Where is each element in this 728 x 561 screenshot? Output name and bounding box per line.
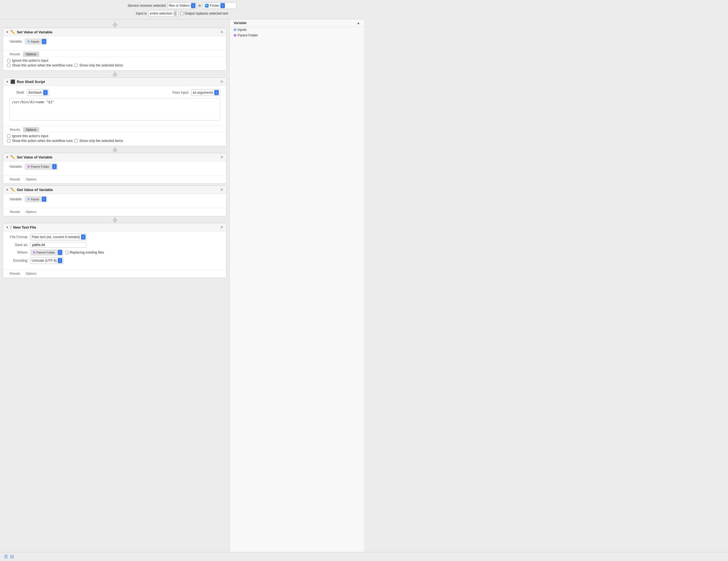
finder-stepper[interactable] bbox=[220, 3, 225, 8]
card2-pass-select[interactable]: as arguments bbox=[191, 89, 220, 96]
card1-variable-select[interactable]: Inputs bbox=[25, 38, 47, 45]
card5-encoding-select[interactable]: Unicode (UTF-8) bbox=[30, 257, 64, 264]
card2-shell-stepper[interactable] bbox=[43, 90, 48, 95]
card2-shell-field: Shell: /bin/bash bbox=[9, 89, 49, 96]
card2-icon: ⬛ bbox=[10, 79, 15, 84]
card2-ignore-checkbox[interactable] bbox=[7, 134, 10, 138]
input-is-stepper[interactable]: ▲ ▼ bbox=[174, 11, 177, 16]
card3-chevron[interactable]: ▼ bbox=[6, 156, 9, 159]
card4-close-btn[interactable]: ✕ bbox=[220, 188, 224, 192]
card2-tab-results[interactable]: Results bbox=[7, 127, 23, 132]
card2-shell-select[interactable]: /bin/bash bbox=[27, 89, 49, 96]
card1-selected-label: Show only the selected items bbox=[79, 63, 123, 67]
card2-show-label: Show this action when the workflow runs bbox=[12, 139, 73, 143]
connector-4-5 bbox=[0, 216, 229, 223]
finder-select[interactable]: F Finder bbox=[203, 2, 236, 9]
card2-ignore-row: Ignore this action's input bbox=[7, 134, 222, 138]
card2-show-row: Show this action when the workflow runs … bbox=[7, 139, 222, 143]
card4-variable-value: Inputs bbox=[31, 197, 39, 201]
variable-panel-collapse[interactable]: ▲ bbox=[357, 21, 360, 25]
card5-saveas-input[interactable] bbox=[30, 242, 86, 248]
card4-chevron[interactable]: ▼ bbox=[6, 188, 9, 191]
card2-options: Ignore this action's input Show this act… bbox=[3, 132, 226, 146]
card5-where-stepper[interactable] bbox=[58, 250, 62, 255]
card2-pass-stepper[interactable] bbox=[214, 90, 219, 95]
card5-replacing-checkbox[interactable] bbox=[65, 251, 69, 254]
card1-tabs: Results Options bbox=[3, 50, 226, 57]
card4-tab-results[interactable]: Results bbox=[7, 209, 23, 214]
card5-chevron[interactable]: ▼ bbox=[6, 226, 9, 229]
card1-selected-checkbox[interactable] bbox=[74, 64, 78, 67]
variable-label-parent-folder: Parent Folder bbox=[238, 33, 258, 37]
service-type-stepper[interactable] bbox=[191, 3, 195, 8]
variable-label-inputs: Inputs bbox=[238, 28, 247, 32]
card5-close-btn[interactable]: ✕ bbox=[220, 225, 224, 229]
card5-format-label: File Format: bbox=[7, 235, 28, 239]
card1-variable-row: Variable: Inputs bbox=[7, 38, 222, 45]
card2-chevron[interactable]: ▼ bbox=[6, 80, 9, 83]
card3-tab-options[interactable]: Options bbox=[23, 177, 39, 182]
card1-tab-options[interactable]: Options bbox=[23, 52, 39, 57]
card5-where-select[interactable]: Parent Folder bbox=[30, 249, 63, 256]
card2-header-left: ▼ ⬛ Run Shell Script bbox=[6, 79, 45, 84]
card5-tab-options[interactable]: Options bbox=[23, 271, 39, 276]
card2-tab-options[interactable]: Options bbox=[23, 127, 39, 132]
card3-header-left: ▼ ✏️ Set Value of Variable bbox=[6, 155, 52, 159]
variable-item-inputs[interactable]: Inputs bbox=[230, 27, 364, 33]
card1-tab-results[interactable]: Results bbox=[7, 52, 23, 57]
connector-diamond-2-3 bbox=[112, 147, 118, 152]
card5-format-select[interactable]: Plain text (txt, convert if needed) bbox=[30, 234, 87, 240]
card-new-text-file: ▼ / New Text File ✕ File Format: Plain t… bbox=[3, 223, 227, 278]
card2-shell-value: /bin/bash bbox=[28, 91, 42, 95]
card1-ignore-checkbox[interactable] bbox=[7, 59, 10, 62]
card3-close-btn[interactable]: ✕ bbox=[220, 155, 224, 159]
card5-format-stepper[interactable] bbox=[81, 234, 86, 240]
card2-script-content: /usr/bin/dirname "$1" bbox=[12, 100, 54, 104]
card5-encoding-stepper[interactable] bbox=[58, 258, 62, 263]
card2-script-area[interactable]: /usr/bin/dirname "$1" bbox=[9, 98, 220, 121]
card1-header-left: ▼ ✏️ Set Value of Variable bbox=[6, 30, 52, 34]
card4-variable-select[interactable]: Inputs bbox=[25, 196, 47, 202]
card5-where-dot bbox=[33, 251, 35, 254]
top-bar-row-1: Service receives selected files or folde… bbox=[128, 2, 236, 9]
card5-replacing-row: Replacing existing files bbox=[65, 250, 104, 254]
card1-title: Set Value of Variable bbox=[17, 30, 52, 34]
card2-selected-checkbox[interactable] bbox=[74, 139, 78, 142]
grid-view-icon[interactable]: ⊟ bbox=[10, 554, 14, 559]
card1-variable-stepper[interactable] bbox=[42, 39, 46, 44]
card1-chevron[interactable]: ▼ bbox=[6, 31, 9, 34]
card4-icon: ✏️ bbox=[10, 187, 15, 192]
card3-tab-results[interactable]: Results bbox=[7, 177, 23, 182]
card1-close-btn[interactable]: ✕ bbox=[220, 30, 224, 34]
input-is-label: Input is bbox=[136, 12, 147, 15]
list-view-icon[interactable]: ☰ bbox=[4, 554, 8, 559]
card3-variable-value: Parent Folder bbox=[31, 165, 50, 168]
card1-body: Variable: Inputs bbox=[3, 36, 226, 49]
workflow-area: ▼ ✏️ Set Value of Variable ✕ Variable: I… bbox=[0, 19, 229, 561]
card1-ignore-label: Ignore this action's input bbox=[12, 59, 48, 63]
card2-close-btn[interactable]: ✕ bbox=[220, 80, 224, 84]
card1-options: Ignore this action's input Show this act… bbox=[3, 57, 226, 70]
service-type-value: files or folders bbox=[169, 4, 190, 8]
card3-variable-stepper[interactable] bbox=[52, 164, 57, 169]
service-receives-label: Service receives selected bbox=[128, 4, 166, 8]
card4-variable-stepper[interactable] bbox=[42, 197, 46, 202]
input-is-select[interactable]: entire selection ▲ ▼ bbox=[148, 10, 178, 17]
card4-tab-options[interactable]: Options bbox=[23, 209, 39, 214]
card3-variable-pill: Parent Folder bbox=[26, 164, 52, 169]
variable-item-parent-folder[interactable]: Parent Folder bbox=[230, 33, 364, 38]
card1-header: ▼ ✏️ Set Value of Variable ✕ bbox=[3, 28, 226, 36]
card4-header: ▼ ✏️ Get Value of Variable ✕ bbox=[3, 186, 226, 194]
card2-pass-row: Pass input: as arguments bbox=[172, 89, 220, 96]
card2-show-checkbox[interactable] bbox=[7, 139, 10, 142]
card3-variable-select[interactable]: Parent Folder bbox=[25, 164, 57, 170]
connector-diamond-4-5 bbox=[112, 217, 118, 222]
output-replaces-label: Output replaces selected text bbox=[185, 12, 228, 15]
card1-show-checkbox[interactable] bbox=[7, 64, 10, 67]
output-replaces-checkbox[interactable] bbox=[180, 12, 183, 15]
variable-panel-header: Variable ▲ bbox=[230, 19, 364, 27]
card4-variable-label: Variable: bbox=[7, 197, 22, 201]
card5-tab-results[interactable]: Results bbox=[7, 271, 23, 276]
card5-encoding-row: Encoding: Unicode (UTF-8) bbox=[7, 257, 222, 264]
service-type-select[interactable]: files or folders bbox=[167, 2, 197, 9]
